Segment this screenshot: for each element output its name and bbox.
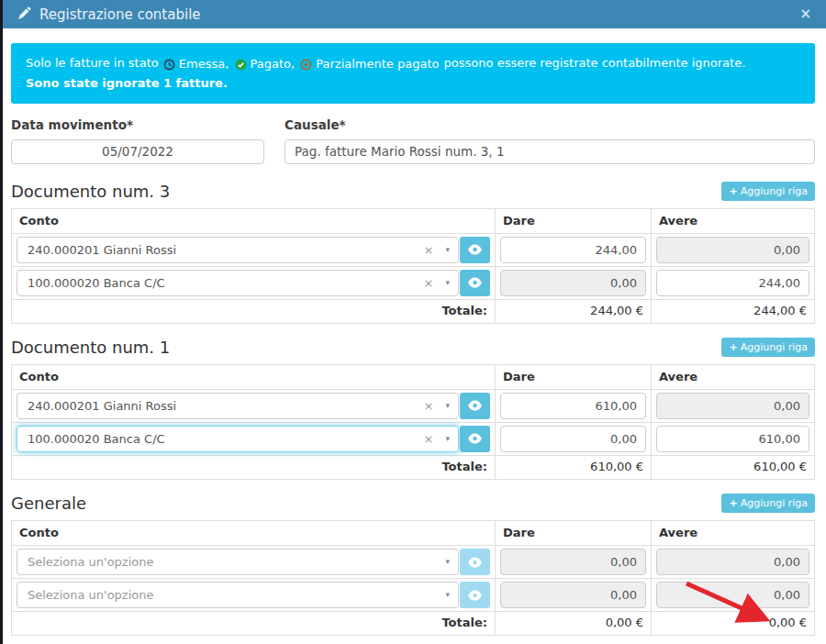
causale-input[interactable] [285,139,815,164]
conto-select[interactable]: Seleziona un'opzione ▾ [17,582,459,608]
conto-select[interactable]: 100.000020 Banca C/C × ▾ [17,426,459,452]
column-header-dare: Dare [496,209,652,234]
view-account-button[interactable] [460,393,490,419]
total-dare: 610,00 € [496,456,652,479]
add-row-button[interactable]: + Aggiungi riga [721,182,815,201]
table-row: 240.000201 Gianni Rossi × ▾ [12,234,814,267]
chevron-down-icon: ▾ [445,402,450,410]
alert-line2: Sono state ignorate 1 fatture. [26,74,800,94]
dare-input[interactable] [500,393,646,419]
accounting-table: Conto Dare Avere 240.000201 Gianni Rossi… [11,364,815,480]
modal-title: Registrazione contabile [18,6,201,23]
causale-field: Causale* [285,117,815,164]
accounting-table: Conto Dare Avere 240.000201 Gianni Rossi… [11,208,815,324]
conto-select[interactable]: 100.000020 Banca C/C × ▾ [17,270,459,296]
data-movimento-field: Data movimento* [11,117,264,164]
column-header-avere: Avere [652,209,814,234]
table-row: 100.000020 Banca C/C × ▾ [12,267,814,300]
dare-input [500,582,646,608]
avere-input[interactable] [656,426,809,452]
data-movimento-input[interactable] [11,139,264,164]
total-row: Totale: 244,00 € 244,00 € [12,300,814,323]
column-header-conto: Conto [12,521,496,546]
plus-icon: + [729,497,737,509]
status-pagato: Pagato, [235,55,296,74]
clear-icon[interactable]: × [424,400,434,412]
avere-input [656,393,809,419]
view-account-button[interactable] [460,270,490,296]
view-account-button[interactable] [460,426,490,452]
dot-circle-icon [300,55,312,74]
chevron-down-icon: ▾ [445,246,450,254]
accounting-table: Conto Dare Avere Seleziona un'opzione ▾ [11,520,815,636]
total-label: Totale: [12,300,496,323]
chevron-down-icon: ▾ [445,435,450,443]
section-generale: Generale + Aggiungi riga Conto Dare Aver… [11,494,815,636]
view-account-button[interactable] [460,237,490,263]
section-documento-3: Documento num. 3 + Aggiungi riga Conto D… [11,182,815,324]
total-avere: 0,00 € [652,612,814,635]
status-emessa: Emessa, [163,55,229,74]
column-header-avere: Avere [652,521,814,546]
column-header-dare: Dare [496,365,652,390]
section-title: Documento num. 3 [11,182,170,201]
plus-icon: + [729,185,737,197]
clear-icon[interactable]: × [424,277,434,289]
data-movimento-label: Data movimento* [11,117,264,132]
total-avere: 610,00 € [652,456,814,479]
table-row: 240.000201 Gianni Rossi × ▾ [12,390,814,423]
conto-select[interactable]: 240.000201 Gianni Rossi × ▾ [17,237,459,263]
add-row-button[interactable]: + Aggiungi riga [721,338,815,357]
clock-icon [163,55,175,74]
plus-icon: + [729,341,737,353]
table-row: Seleziona un'opzione ▾ [12,579,814,612]
page-edge-strip [0,0,3,644]
avere-input [656,549,809,575]
avere-input [656,582,809,608]
column-header-dare: Dare [496,521,652,546]
total-dare: 0,00 € [496,612,652,635]
dare-input [500,549,646,575]
dare-input[interactable] [500,237,646,263]
avere-input [656,237,809,263]
chevron-down-icon: ▾ [445,279,450,287]
clear-icon[interactable]: × [424,433,434,445]
conto-select[interactable]: Seleziona un'opzione ▾ [17,549,459,575]
total-label: Totale: [12,456,496,479]
table-row: Seleziona un'opzione ▾ [12,546,814,579]
table-row: 100.000020 Banca C/C × ▾ [12,423,814,456]
modal-header: Registrazione contabile × [0,0,826,28]
alert-line1: Solo le fatture in stato Emessa, Pagato,… [26,54,800,74]
avere-input[interactable] [656,270,809,296]
section-documento-1: Documento num. 1 + Aggiungi riga Conto D… [11,338,815,480]
pencil-icon [18,6,31,23]
dare-input [500,270,646,296]
section-title: Documento num. 1 [11,338,170,357]
chevron-down-icon: ▾ [445,591,450,599]
modal-title-text: Registrazione contabile [39,6,201,23]
column-header-conto: Conto [12,365,496,390]
column-header-conto: Conto [12,209,496,234]
dare-input[interactable] [500,426,646,452]
column-header-avere: Avere [652,365,814,390]
info-alert: Solo le fatture in stato Emessa, Pagato,… [11,43,815,104]
total-avere: 244,00 € [652,300,814,323]
view-account-button [460,582,490,608]
causale-label: Causale* [285,117,815,132]
total-dare: 244,00 € [496,300,652,323]
total-row: Totale: 610,00 € 610,00 € [12,456,814,479]
total-label: Totale: [12,612,496,635]
status-parzialmente-pagato: Parzialmente pagato [300,55,439,74]
add-row-button[interactable]: + Aggiungi riga [721,494,815,513]
check-circle-icon [235,55,247,74]
view-account-button [460,549,490,575]
conto-select[interactable]: 240.000201 Gianni Rossi × ▾ [17,393,459,419]
total-row: Totale: 0,00 € 0,00 € [12,612,814,635]
chevron-down-icon: ▾ [445,558,450,566]
clear-icon[interactable]: × [424,244,434,256]
section-title: Generale [11,494,86,513]
close-icon[interactable]: × [799,7,811,21]
